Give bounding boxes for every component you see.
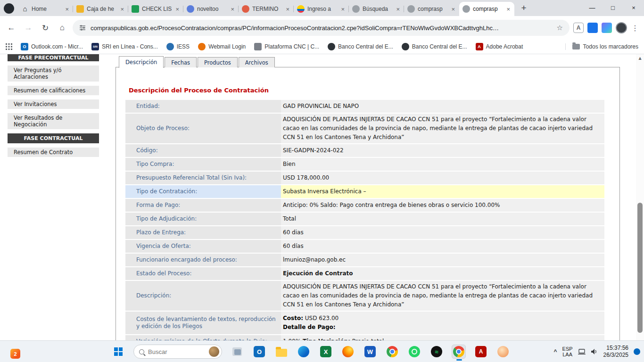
home-icon[interactable]: ⌂ <box>56 21 69 34</box>
browser-tab-checklist[interactable]: CHECK LIS × <box>128 2 183 16</box>
tab-close-icon[interactable]: × <box>395 6 401 13</box>
paint-icon[interactable] <box>496 345 510 359</box>
bce-favicon-icon <box>328 43 335 50</box>
chrome-icon[interactable] <box>385 345 399 359</box>
word-icon[interactable]: W <box>363 345 377 359</box>
chrome-active-icon[interactable] <box>452 345 466 359</box>
image-extension-icon[interactable] <box>602 23 612 33</box>
notification-badge[interactable] <box>634 348 640 355</box>
browser-tab-compras-1[interactable]: comprasp × <box>404 2 459 16</box>
row-label: Objeto de Proceso: <box>125 114 281 143</box>
acrobat-icon[interactable]: A <box>474 345 488 359</box>
bookmark-webmail[interactable]: Webmail Login <box>198 43 246 50</box>
tab-close-icon[interactable]: × <box>505 6 511 13</box>
row-label: Descripción: <box>125 281 281 311</box>
minimize-button[interactable]: — <box>582 0 603 15</box>
tab-descripcion[interactable]: Descripción <box>119 56 164 68</box>
bookmark-cnc[interactable]: Plataforma CNC | C... <box>254 43 319 50</box>
tab-favicon-icon <box>132 5 139 13</box>
tab-close-icon[interactable]: × <box>64 6 70 13</box>
outlook-icon[interactable]: O <box>252 345 266 359</box>
browser-tab-compras-active[interactable]: comprasp × <box>459 2 514 16</box>
tab-close-icon[interactable]: × <box>174 6 180 13</box>
bookmark-outlook[interactable]: O Outlook.com - Micr... <box>21 43 83 50</box>
home-favicon-icon: ⌂ <box>21 5 29 13</box>
bookmark-bce-2[interactable]: Banco Central del E... <box>402 43 467 50</box>
start-button[interactable] <box>111 345 125 359</box>
tab-close-icon[interactable]: × <box>450 6 456 13</box>
taskbar-widget-badge[interactable]: 2 <box>10 349 20 359</box>
file-explorer-icon[interactable] <box>274 345 289 359</box>
bookmark-bce-1[interactable]: Banco Central del E... <box>328 43 393 50</box>
browser-tab-caja[interactable]: Caja de he × <box>73 2 128 16</box>
browser-tab-noveltoon[interactable]: noveltoo × <box>183 2 239 16</box>
excel-icon[interactable]: X <box>319 345 333 359</box>
tab-close-icon[interactable]: × <box>285 6 290 13</box>
apps-grid-icon[interactable] <box>6 43 12 50</box>
bookmark-iess[interactable]: IESS <box>166 43 190 50</box>
table-row-tipo-contratacion: Tipo de Contratación: Subasta Inversa El… <box>125 185 604 198</box>
row-label: Tipo de Adjudicación: <box>125 213 281 225</box>
row-value: SIE-GADPN-2024-022 <box>281 144 604 157</box>
hidden-icons-chevron-icon[interactable]: ^ <box>554 348 557 355</box>
new-tab-button[interactable]: + <box>517 1 530 15</box>
search-highlight-image[interactable] <box>209 346 219 357</box>
browser-tab-home[interactable]: ⌂ Home × <box>18 2 73 16</box>
all-bookmarks-button[interactable]: Todos los marcadores <box>565 43 638 50</box>
reload-icon[interactable]: ↻ <box>39 21 52 34</box>
url-text[interactable]: compraspublicas.gob.ec/ProcesoContrataci… <box>91 25 552 32</box>
bookmark-label: Adobe Acrobat <box>486 43 523 50</box>
tab-fechas[interactable]: Fechas <box>165 57 197 67</box>
bing-extension-icon[interactable] <box>587 23 598 33</box>
row-label: Entidad: <box>125 100 281 113</box>
back-icon[interactable]: ← <box>5 21 18 34</box>
browser-tab-ingreso[interactable]: Ingreso a × <box>294 2 349 16</box>
bookmark-sri[interactable]: SRI SRI en Línea - Cons... <box>91 43 158 50</box>
taskbar-clock[interactable]: 15:37:56 26/3/2025 <box>603 345 628 359</box>
spotify-icon[interactable]: ≈ <box>429 345 444 359</box>
tab-label: noveltoo <box>197 6 227 12</box>
page-content: FASE PRECONTRACTUAL Ver Preguntas y/ó Ac… <box>0 54 644 340</box>
page-scrollbar[interactable]: ▲ <box>636 54 644 340</box>
tab-favicon-icon <box>76 5 84 13</box>
address-bar[interactable]: compraspublicas.gob.ec/ProcesoContrataci… <box>73 20 570 36</box>
tab-close-icon[interactable]: × <box>340 6 346 13</box>
close-window-button[interactable]: × <box>623 0 644 15</box>
row-value: ADQUISICIÓN DE PLANTAS INJERTAS DE CACAO… <box>281 114 604 143</box>
language-indicator[interactable]: ESP LAA <box>562 346 573 357</box>
sidebar-item-negociacion[interactable]: Ver Resultados de Negociación <box>8 113 99 129</box>
tab-close-icon[interactable]: × <box>119 6 125 13</box>
bookmark-star-icon[interactable]: ☆ <box>557 24 563 32</box>
edge-icon[interactable] <box>297 345 311 359</box>
table-row-adjudicacion: Tipo de Adjudicación: Total <box>125 213 604 225</box>
browser-menu-icon[interactable]: ⋮ <box>631 24 639 33</box>
maximize-button[interactable]: □ <box>603 0 623 15</box>
display-icon[interactable] <box>578 349 586 355</box>
bookmark-label: Plataforma CNC | C... <box>264 43 319 50</box>
browser-tab-busqueda[interactable]: Búsqueda × <box>349 2 404 16</box>
scroll-up-icon[interactable]: ▲ <box>636 54 644 62</box>
bookmark-acrobat[interactable]: A Adobe Acrobat <box>476 43 523 50</box>
sidebar-item-preguntas[interactable]: Ver Preguntas y/ó Aclaraciones <box>8 66 99 82</box>
firefox-icon[interactable] <box>341 345 355 359</box>
scrollbar-thumb[interactable] <box>637 203 643 333</box>
browser-profile-avatar[interactable] <box>4 3 14 14</box>
profile-avatar-icon[interactable] <box>616 22 627 33</box>
browser-tab-termino[interactable]: TERMINO × <box>239 2 294 16</box>
translate-icon[interactable]: A <box>573 23 584 33</box>
taskbar-search[interactable] <box>133 345 222 359</box>
table-row-objeto: Objeto de Proceso: ADQUISICIÓN DE PLANTA… <box>125 114 604 143</box>
search-input[interactable] <box>148 348 205 355</box>
tab-archivos[interactable]: Archivos <box>239 57 275 67</box>
speaker-icon[interactable] <box>591 348 598 355</box>
tab-productos[interactable]: Productos <box>198 57 238 67</box>
tab-favicon-icon <box>242 5 249 13</box>
sidebar-item-calificaciones[interactable]: Resumen de calificaciones <box>8 86 99 95</box>
tab-close-icon[interactable]: × <box>230 6 235 13</box>
whatsapp-icon[interactable] <box>407 345 421 359</box>
task-view-icon[interactable] <box>230 345 244 359</box>
sidebar-item-invitaciones[interactable]: Ver Invitaciones <box>8 99 99 109</box>
forward-icon[interactable]: → <box>22 21 35 34</box>
row-label: Tipo Compra: <box>125 158 281 171</box>
sidebar-item-resumen-contrato[interactable]: Resumen de Contrato <box>8 148 99 157</box>
